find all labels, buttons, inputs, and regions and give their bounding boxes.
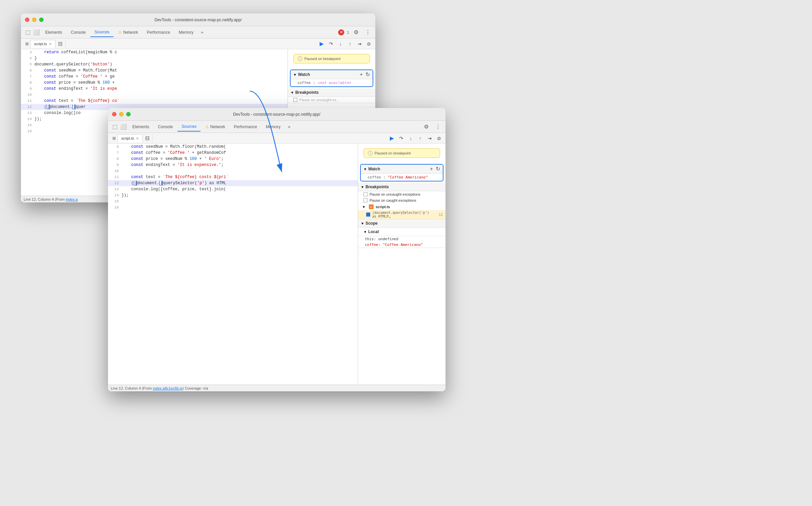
file-tab-2[interactable]: script.ts ✕: [117, 134, 142, 142]
bp-line-checkbox-2[interactable]: [366, 213, 370, 217]
local-chevron-2: ▼: [363, 230, 367, 234]
step-over-btn-2[interactable]: ↷: [398, 135, 405, 142]
tab-network-1[interactable]: ⚠ Network: [114, 28, 142, 37]
bp-line-content-2: (document.querySelector('p') as HTMLP…: [372, 211, 435, 218]
scope-this-text-2: this: undefined: [365, 237, 398, 241]
tab-elements-1[interactable]: Elements: [41, 28, 66, 37]
more-tabs-icon-2[interactable]: »: [285, 123, 293, 131]
index-link-1[interactable]: index.a: [66, 197, 78, 201]
titlebar-1: DevTools - consistent-source-map-pc.netl…: [21, 13, 375, 26]
watch-section-header-1[interactable]: ▼ Watch + ↻: [291, 70, 373, 79]
code-line-5: 5 document.querySelector('button'): [21, 61, 288, 67]
tab-performance-2[interactable]: Performance: [230, 122, 261, 131]
resume-btn-1[interactable]: ▶: [318, 40, 325, 48]
step-into-btn-1[interactable]: ↓: [337, 40, 344, 48]
breakpoints-header-2[interactable]: ▼ Breakpoints: [358, 183, 445, 191]
more-icon-2[interactable]: ⋮: [433, 122, 443, 131]
step-into-btn-2[interactable]: ↓: [407, 135, 414, 142]
status-text-2: Line 12, Column 4 (From index.a8c1ec6b.j…: [111, 386, 208, 390]
expand-panel-icon-1[interactable]: ⊟: [58, 40, 62, 47]
code-line-9: 9 const endingText = 'It is expe: [21, 86, 288, 92]
refresh-watch-btn-1[interactable]: ↻: [366, 72, 370, 77]
step-btn-1[interactable]: ⇥: [356, 40, 363, 48]
maximize-button-2[interactable]: [126, 112, 131, 116]
index-link-2[interactable]: index.a8c1ec6b.js: [153, 386, 183, 390]
step-out-btn-1[interactable]: ↑: [346, 40, 354, 48]
tab-memory-1[interactable]: Memory: [175, 28, 197, 37]
file-close-2[interactable]: ✕: [136, 137, 139, 140]
close-button-2[interactable]: [112, 112, 116, 116]
scope-section-2: ▼ Scope ▼ Local this: undefined coffee: …: [358, 219, 445, 248]
minimize-button-2[interactable]: [119, 112, 124, 116]
sidebar-toggle-2[interactable]: ⊞: [111, 135, 117, 142]
tab-memory-2[interactable]: Memory: [262, 122, 285, 131]
tab-console-2[interactable]: Console: [154, 122, 177, 131]
traffic-lights-2[interactable]: [112, 112, 131, 116]
tab-network-2[interactable]: ⚠ Network: [201, 122, 229, 131]
code-line2-16: 16: [108, 204, 358, 210]
pause-uncaught-checkbox-2[interactable]: [363, 192, 368, 196]
file-close-1[interactable]: ✕: [49, 42, 52, 46]
add-watch-btn-1[interactable]: +: [360, 72, 363, 77]
info-icon-2: i: [368, 151, 373, 156]
tab-performance-1[interactable]: Performance: [143, 28, 174, 37]
settings-icon-1[interactable]: ⚙: [352, 28, 360, 37]
file-name-1: script.ts: [34, 42, 47, 46]
file-tab-1[interactable]: script.ts ✕: [30, 40, 55, 48]
step-out-btn-2[interactable]: ↑: [416, 135, 424, 142]
breakpoints-chevron-2: ▼: [361, 185, 364, 189]
watch-key-1: coffee: [297, 81, 311, 85]
warning-icon-1: ⚠: [118, 30, 122, 35]
breakpoints-title-1: Breakpoints: [295, 90, 373, 95]
add-watch-btn-2[interactable]: +: [430, 166, 433, 172]
pause-caught-checkbox-2[interactable]: [363, 198, 368, 202]
window-title-2: DevTools - consistent-source-map-pc.netl…: [233, 112, 321, 117]
step-btn-2[interactable]: ⇥: [426, 135, 433, 142]
step-over-btn-1[interactable]: ↷: [327, 40, 335, 48]
scope-chevron-2: ▼: [361, 222, 364, 225]
code-line2-9: 9 const endingText = 'It is expensive.';: [108, 162, 358, 168]
more-tabs-icon-1[interactable]: »: [198, 28, 206, 36]
sidebar-toggle-1[interactable]: ⊞: [24, 40, 30, 47]
resume-btn-2[interactable]: ▶: [388, 135, 396, 142]
inspect-icon-1[interactable]: ⬚: [24, 28, 32, 36]
devtools-tab-bar-2: ⬚ ⬜ Elements Console Sources ⚠ Network P…: [108, 121, 445, 133]
watch-section-header-2[interactable]: ▼ Watch + ↻: [361, 165, 443, 174]
expand-panel-icon-2[interactable]: ⊟: [145, 135, 150, 141]
tab-elements-2[interactable]: Elements: [128, 122, 153, 131]
code-line-11: 11 const text = `The ${coffee} co`: [21, 98, 288, 104]
bp-item-pause-caught-2: Pause on caught exceptions: [358, 197, 445, 203]
file-name-2: script.ts: [121, 136, 134, 140]
close-button-1[interactable]: [25, 18, 29, 22]
tab-console-1[interactable]: Console: [67, 28, 90, 37]
refresh-watch-btn-2[interactable]: ↻: [436, 166, 440, 172]
breakpoints-title-2: Breakpoints: [366, 185, 443, 189]
error-badge-1: ✕: [338, 29, 344, 35]
watch-entry-2: coffee : "Coffee Americano": [361, 174, 443, 181]
content-area-2: 6 const seedNum = Math.floor(Math.random…: [108, 144, 445, 385]
deactivate-btn-2[interactable]: ⊘: [435, 135, 443, 142]
pause-uncaught-checkbox-1[interactable]: [293, 98, 297, 102]
maximize-button-1[interactable]: [39, 18, 44, 22]
device-icon-2[interactable]: ⬜: [119, 123, 128, 131]
paused-banner-container-1: i Paused on breakpoint: [288, 49, 375, 68]
scope-coffee-2: coffee: "Coffee Americano": [358, 242, 445, 248]
tab-sources-2[interactable]: Sources: [178, 122, 200, 132]
settings-icon-2[interactable]: ⚙: [422, 122, 431, 131]
breakpoints-section-2: ▼ Breakpoints Pause on uncaught exceptio…: [358, 183, 445, 219]
tab-sources-1[interactable]: Sources: [90, 28, 113, 37]
breakpoints-header-1[interactable]: ▼ Breakpoints: [288, 88, 375, 97]
breakpoints-chevron-1: ▼: [291, 91, 294, 94]
local-header-2[interactable]: ▼ Local: [358, 228, 445, 236]
more-icon-1[interactable]: ⋮: [363, 28, 373, 37]
pause-caught-label-2: Pause on caught exceptions: [370, 198, 416, 202]
paused-banner-container-2: i Paused on breakpoint: [358, 144, 445, 163]
traffic-lights-1[interactable]: [25, 18, 44, 22]
right-panel-2: i Paused on breakpoint ▼ Watch + ↻: [358, 144, 445, 385]
scope-header-2[interactable]: ▼ Scope: [358, 219, 445, 228]
minimize-button-1[interactable]: [32, 18, 36, 22]
device-icon-1[interactable]: ⬜: [32, 28, 40, 36]
code-line2-13: 13 console.log([coffee, price, text].joi…: [108, 186, 358, 192]
deactivate-btn-1[interactable]: ⊘: [365, 40, 373, 48]
inspect-icon-2[interactable]: ⬚: [111, 123, 119, 131]
